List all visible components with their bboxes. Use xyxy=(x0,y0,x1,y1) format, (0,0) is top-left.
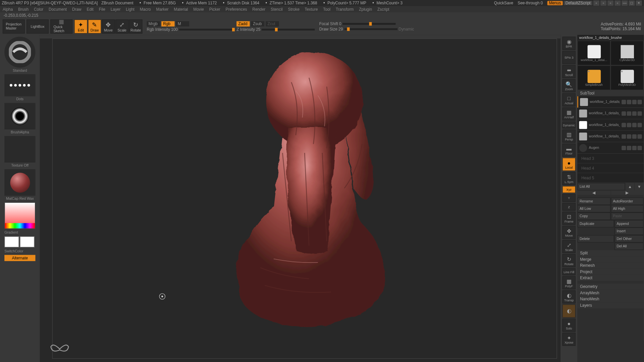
bpr-button[interactable]: ◉BPR xyxy=(562,37,576,50)
axis-z-button[interactable]: Z xyxy=(562,203,576,211)
xpose-button[interactable]: ✦Xpose xyxy=(562,333,576,346)
texture-selector[interactable] xyxy=(4,136,35,163)
menu-macro[interactable]: Macro xyxy=(140,7,151,11)
merge-header[interactable]: Merge xyxy=(577,256,644,262)
menu-movie[interactable]: Movie xyxy=(193,7,204,11)
polyf-button[interactable]: ▦PolyF xyxy=(562,276,576,290)
tool-name[interactable]: workflow_1_details_brushe xyxy=(577,35,644,41)
alllow-button[interactable]: All Low xyxy=(577,205,610,213)
quicksave-button[interactable]: QuickSave xyxy=(494,1,513,5)
zsub-button[interactable]: Zsub xyxy=(251,21,265,26)
menu-tool[interactable]: Tool xyxy=(323,7,330,11)
alternate-button[interactable]: Alternate xyxy=(4,255,35,261)
subtool-row[interactable]: workflow_1_details_brushes xyxy=(577,131,644,142)
subtool-next-button[interactable]: ▶ xyxy=(611,190,644,195)
insert-button[interactable]: Insert xyxy=(614,228,644,235)
menu-stroke[interactable]: Stroke xyxy=(288,7,299,11)
window-btn-1[interactable]: ▫ xyxy=(593,0,599,6)
tool-tile-1[interactable]: workflow_1_detai... xyxy=(577,41,610,65)
stroke-selector[interactable] xyxy=(4,74,35,96)
rgb-button[interactable]: Rgb xyxy=(161,21,175,26)
zcut-button[interactable]: Zcut xyxy=(266,21,279,26)
solo-button[interactable]: ●Solo xyxy=(562,318,576,332)
arraymesh-header[interactable]: ArrayMesh xyxy=(577,290,644,296)
copy-button[interactable]: Copy xyxy=(577,213,610,220)
menu-document[interactable]: Document xyxy=(49,7,67,11)
menu-brush[interactable]: Brush xyxy=(18,7,29,11)
focal-shift-slider[interactable] xyxy=(343,23,396,25)
scale-button[interactable]: ⤢Scale xyxy=(115,19,129,34)
alpha-selector[interactable] xyxy=(4,103,35,129)
menus-button[interactable]: Menus xyxy=(547,1,563,5)
menu-material[interactable]: Material xyxy=(174,7,188,11)
split-header[interactable]: Split xyxy=(577,250,644,256)
delete-button[interactable]: Delete xyxy=(577,235,614,242)
menu-layer[interactable]: Layer xyxy=(111,7,121,11)
menu-zscript[interactable]: Zscript xyxy=(377,7,389,11)
remesh-header[interactable]: Remesh xyxy=(577,262,644,268)
xyz-button[interactable]: Xyz xyxy=(562,186,576,193)
defaultscript-button[interactable]: DefaultZScript xyxy=(564,1,592,5)
actual-button[interactable]: □Actual xyxy=(562,93,576,107)
list-all-button[interactable]: List All xyxy=(577,183,625,190)
menu-picker[interactable]: Picker xyxy=(209,7,220,11)
subtool-up-button[interactable]: ▲ xyxy=(626,183,634,190)
subtool-row[interactable]: workflow_1_details_brushes xyxy=(577,108,644,119)
floor-button[interactable]: ▬Floor xyxy=(562,143,576,157)
draw-size-slider[interactable] xyxy=(344,28,397,30)
tool-tile-3[interactable]: ★SimpleBrush xyxy=(577,65,610,90)
persp-button[interactable]: ▥Persp xyxy=(562,129,576,143)
delother-button[interactable]: Del Other xyxy=(614,235,644,242)
menu-preferences[interactable]: Preferences xyxy=(226,7,247,11)
menu-transform[interactable]: Transform xyxy=(336,7,354,11)
lsym-button[interactable]: ⇅L.Sym xyxy=(562,172,576,185)
tool-tile-2[interactable]: Cylinder3D xyxy=(610,41,644,65)
material-selector[interactable] xyxy=(4,169,35,196)
menu-color[interactable]: Color xyxy=(34,7,43,11)
menu-light[interactable]: Light xyxy=(126,7,135,11)
close-button[interactable]: × xyxy=(636,0,642,6)
window-btn-2[interactable]: ▫ xyxy=(600,0,606,6)
menu-alpha[interactable]: Alpha xyxy=(3,7,13,11)
move-button[interactable]: ✥Move xyxy=(102,19,115,34)
brush-selector[interactable] xyxy=(4,37,35,67)
gradient-label[interactable]: Gradient xyxy=(4,231,35,235)
zoom-button[interactable]: 🔍Zoom xyxy=(562,79,576,93)
seethrough[interactable]: See-through 0 xyxy=(518,1,543,5)
allhigh-button[interactable]: All High xyxy=(611,205,644,213)
axis-y-button[interactable]: Y xyxy=(562,194,576,202)
rename-button[interactable]: Rename xyxy=(577,197,610,205)
menu-marker[interactable]: Marker xyxy=(156,7,169,11)
paste-button[interactable]: Paste xyxy=(611,213,644,220)
menu-file[interactable]: File xyxy=(99,7,105,11)
projection-master-button[interactable]: Projection Master xyxy=(3,19,25,34)
nanomesh-header[interactable]: NanoMesh xyxy=(577,296,644,302)
window-btn-4[interactable]: ▫ xyxy=(614,0,621,6)
color-swatch-main[interactable] xyxy=(4,236,19,247)
layers-header[interactable]: Layers xyxy=(577,302,644,308)
menu-render[interactable]: Render xyxy=(252,7,265,11)
subtool-row[interactable]: Augen xyxy=(577,142,644,154)
tool-tile-4[interactable]: ★PolyMesh3D xyxy=(610,65,644,90)
lightbox-button[interactable]: LightBox xyxy=(26,19,49,34)
rgb-intensity-slider[interactable] xyxy=(179,29,232,31)
frame-button[interactable]: ⊡Frame xyxy=(562,212,576,225)
subtool-header[interactable]: SubTool xyxy=(577,90,644,96)
scroll-button[interactable]: ⬌Scroll xyxy=(562,65,576,78)
draw-button[interactable]: ✎Draw xyxy=(88,19,101,34)
subtool-row[interactable]: workflow_1_details_brushes xyxy=(577,96,644,108)
duplicate-button[interactable]: Duplicate xyxy=(577,220,614,227)
spix-button[interactable]: SPix 3 xyxy=(562,51,576,64)
project-header[interactable]: Project xyxy=(577,268,644,275)
window-btn-3[interactable]: ▫ xyxy=(607,0,613,6)
color-picker[interactable] xyxy=(4,202,35,229)
autoreorder-button[interactable]: AutoReorder xyxy=(611,197,644,205)
minimize-button[interactable]: — xyxy=(622,0,628,6)
local-button[interactable]: ●Local xyxy=(562,158,576,171)
m-button[interactable]: M xyxy=(176,21,190,26)
subtool-row[interactable]: workflow_1_details_brushes2 xyxy=(577,119,644,131)
mrgb-button[interactable]: Mrgb xyxy=(147,21,160,26)
extract-header[interactable]: Extract xyxy=(577,275,644,281)
nav-scale-button[interactable]: ⤢Scale xyxy=(562,240,576,253)
edit-button[interactable]: ✦Edit xyxy=(74,19,88,34)
